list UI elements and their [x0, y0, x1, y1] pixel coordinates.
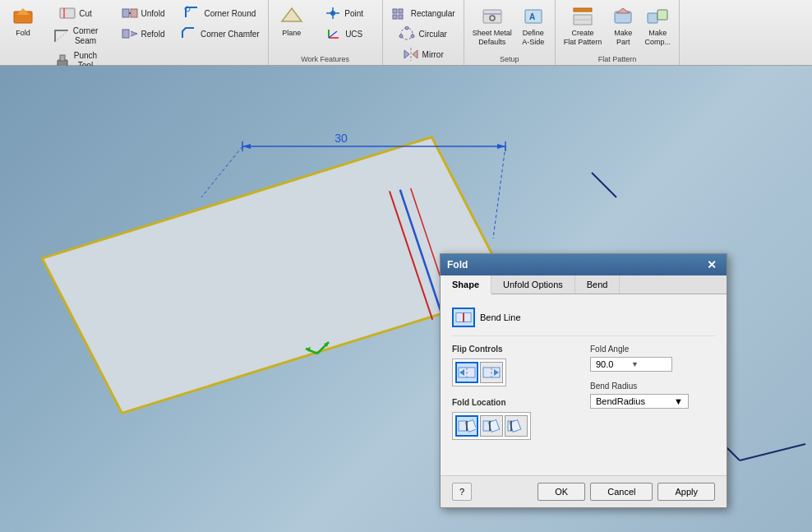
dialog-right-col: Fold Angle 90.0 ▼ Bend Radius BendRadius…	[590, 345, 715, 440]
modify-small-group2: Unfold Refold	[110, 3, 176, 44]
dialog-footer: ? OK Cancel Apply	[441, 475, 727, 507]
svg-line-48	[201, 146, 242, 197]
dialog-close-button[interactable]: ✕	[704, 258, 720, 271]
define-a-side-icon: A	[522, 5, 545, 28]
bend-radius-dropdown[interactable]: BendRadius ▼	[590, 394, 689, 409]
svg-rect-40	[657, 10, 667, 20]
refold-label: Refold	[141, 30, 165, 39]
fold-angle-input[interactable]: 90.0 ▼	[590, 357, 672, 372]
corner-chamfer-button[interactable]: Corner Chamfer	[178, 24, 263, 44]
bend-line-button[interactable]	[452, 308, 475, 327]
plane-label: Plane	[282, 29, 301, 38]
bend-line-label: Bend Line	[480, 312, 521, 322]
flip-right-button[interactable]	[480, 362, 503, 383]
svg-point-25	[399, 35, 403, 38]
circular-icon	[399, 25, 415, 42]
fold-angle-section: Fold Angle 90.0 ▼	[590, 345, 715, 372]
point-button[interactable]: Point	[311, 3, 377, 23]
corner-chamfer-label: Corner Chamfer	[201, 30, 260, 39]
svg-marker-28	[413, 50, 418, 58]
ribbon: Fold Cut	[0, 0, 812, 66]
dialog-title-text: Fold	[447, 259, 468, 271]
svg-line-49	[493, 146, 505, 238]
tab-shape[interactable]: Shape	[441, 275, 491, 294]
modify-small-group3: Corner Round Corner Chamfer	[178, 3, 263, 44]
make-component-icon	[646, 5, 669, 28]
corner-seam-label: CornerSeam	[73, 26, 99, 46]
refold-button[interactable]: Refold	[110, 24, 176, 44]
ribbon-modify-items: Fold Cut	[5, 3, 263, 72]
refold-icon	[122, 25, 138, 42]
sheet-metal-defaults-button[interactable]: Sheet MetalDefaults	[469, 3, 515, 49]
apply-button[interactable]: Apply	[657, 483, 715, 501]
svg-rect-6	[60, 55, 65, 61]
create-flat-pattern-button[interactable]: CreateFlat Pattern	[561, 3, 606, 49]
circular-button[interactable]: Circular	[388, 24, 459, 44]
corner-seam-icon	[53, 28, 70, 44]
fold-location-3-button[interactable]	[505, 415, 528, 437]
svg-rect-20	[393, 15, 397, 19]
corner-chamfer-icon	[181, 25, 197, 42]
define-a-side-label: DefineA-Side	[522, 29, 544, 47]
ribbon-group-modify: Fold Cut	[0, 0, 269, 65]
svg-marker-51	[242, 144, 251, 149]
ucs-label: UCS	[345, 30, 362, 39]
svg-rect-18	[393, 9, 397, 13]
svg-rect-8	[131, 9, 137, 17]
modify-small-group: Cut CornerSeam	[43, 3, 108, 72]
svg-text:30: 30	[334, 132, 348, 145]
bend-line-row: Bend Line	[452, 303, 715, 336]
svg-marker-38	[616, 8, 630, 13]
fold-button[interactable]: Fold	[5, 3, 41, 39]
unfold-button[interactable]: Unfold	[110, 3, 176, 23]
plane-icon	[280, 5, 303, 28]
fold-icon	[12, 5, 35, 28]
svg-rect-30	[483, 13, 501, 15]
dialog-main-section: Flip Controls	[452, 345, 715, 440]
cut-icon	[59, 5, 76, 21]
svg-line-4	[55, 30, 68, 42]
create-flat-pattern-icon	[571, 5, 594, 28]
dialog-body: Bend Line Flip Controls	[441, 294, 727, 475]
plane-button[interactable]: Plane	[274, 3, 310, 39]
make-component-label: MakeComp...	[644, 29, 671, 47]
corner-round-button[interactable]: Corner Round	[178, 3, 263, 23]
ok-button[interactable]: OK	[537, 483, 585, 501]
svg-line-17	[329, 31, 337, 38]
create-flat-pattern-label: CreateFlat Pattern	[564, 29, 602, 47]
svg-point-14	[330, 11, 335, 16]
svg-line-60	[592, 173, 616, 197]
rectangular-button[interactable]: Rectangular	[388, 3, 459, 23]
cancel-button[interactable]: Cancel	[590, 483, 653, 501]
setup-items: Sheet MetalDefaults A DefineA-Side	[469, 3, 550, 55]
ribbon-group-work-features: Plane Point	[269, 0, 383, 65]
make-part-button[interactable]: MakePart	[607, 3, 639, 49]
dialog-left-col: Flip Controls	[452, 345, 577, 440]
flip-left-button[interactable]	[455, 362, 478, 383]
help-button[interactable]: ?	[452, 483, 472, 501]
bend-radius-label: Bend Radius	[590, 382, 715, 391]
sheet-metal-defaults-label: Sheet MetalDefaults	[473, 29, 512, 47]
ucs-button[interactable]: UCS	[311, 24, 377, 44]
fold-location-2-button[interactable]	[480, 415, 503, 437]
fold-location-1-button[interactable]	[455, 415, 478, 437]
setup-label: Setup	[500, 55, 519, 65]
tab-bend[interactable]: Bend	[575, 275, 621, 294]
tab-unfold-options[interactable]: Unfold Options	[491, 275, 575, 294]
corner-round-icon	[184, 5, 201, 21]
fold-location-label: Fold Location	[452, 398, 577, 407]
work-features-label: Work Features	[301, 55, 349, 65]
svg-rect-7	[122, 9, 129, 17]
corner-seam-button[interactable]: CornerSeam	[43, 24, 108, 48]
dialog-title-bar: Fold ✕	[441, 254, 727, 275]
define-a-side-button[interactable]: A DefineA-Side	[517, 3, 550, 49]
svg-marker-52	[497, 144, 505, 149]
fold-label: Fold	[16, 29, 30, 38]
make-component-button[interactable]: MakeComp...	[641, 3, 674, 49]
bend-radius-arrow: ▼	[674, 396, 683, 406]
svg-rect-34	[574, 8, 592, 12]
svg-text:A: A	[529, 12, 535, 21]
mirror-button[interactable]: Mirror	[388, 44, 459, 64]
unfold-icon	[122, 5, 138, 21]
cut-button[interactable]: Cut	[43, 3, 108, 23]
